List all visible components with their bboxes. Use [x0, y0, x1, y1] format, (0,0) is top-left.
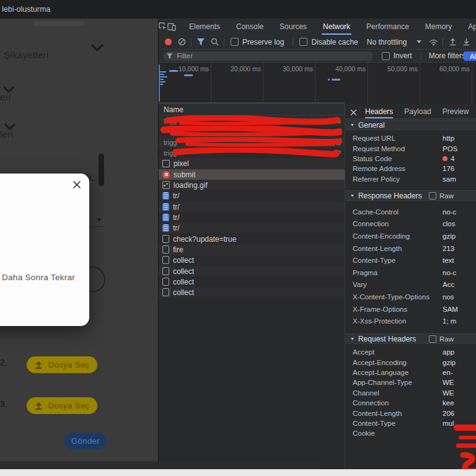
tab-payload[interactable]: Payload — [404, 104, 431, 118]
section-response-headers[interactable]: ▼ Response Headers Raw — [345, 190, 476, 201]
send-button[interactable]: Gönder — [64, 433, 107, 449]
section-title: Request Headers — [358, 335, 416, 343]
upload-icon — [35, 361, 43, 369]
request-row[interactable]: tr/ — [159, 223, 345, 233]
file-select-button-3[interactable]: Dosya Seç — [27, 397, 97, 414]
tab-headers[interactable]: Headers — [365, 104, 393, 118]
search-icon[interactable] — [208, 35, 221, 49]
tab-performance[interactable]: Performance — [365, 19, 410, 35]
document-icon — [162, 160, 170, 167]
throttling-select[interactable]: No throttling — [367, 38, 407, 46]
gridline — [211, 63, 211, 104]
request-fragment: buttonClimb — [304, 117, 341, 125]
selection-edge — [159, 64, 160, 102]
request-name: collect — [173, 288, 194, 297]
image-icon — [162, 181, 170, 189]
request-fragment: trigg — [164, 149, 177, 157]
close-icon[interactable] — [73, 180, 82, 190]
request-row-redacted[interactable]: trigg Climb? — [159, 148, 345, 158]
tab-console[interactable]: Console — [235, 19, 265, 35]
raw-checkbox[interactable] — [429, 335, 436, 343]
request-name: collect — [173, 256, 194, 265]
device-toolbar-icon[interactable] — [167, 20, 176, 33]
filter-icon — [167, 53, 172, 59]
document-icon — [162, 192, 169, 200]
request-fragment: buttonClimb — [304, 139, 341, 146]
request-type-all-chip[interactable]: All — [464, 51, 476, 61]
request-row[interactable]: collect — [159, 255, 345, 265]
error-icon — [162, 171, 170, 178]
request-bar — [169, 70, 178, 72]
request-name: collect — [173, 267, 194, 276]
request-row[interactable]: loading.gif — [159, 180, 345, 190]
gridline — [420, 63, 420, 104]
document-icon — [162, 235, 169, 243]
request-bar — [160, 71, 166, 73]
record-button[interactable] — [161, 35, 175, 49]
request-row[interactable]: fire — [159, 244, 345, 255]
request-name: collect — [173, 278, 194, 286]
inspect-element-icon[interactable] — [159, 20, 167, 33]
response-header-rows: Cache-Controlno-c Connectionclos Content… — [345, 206, 476, 327]
request-details-panel: Headers Payload Preview Resp ▼ General R… — [345, 104, 476, 476]
tab-network[interactable]: Network — [322, 19, 351, 35]
request-row-redacted[interactable]: trigg buttonClimb — [159, 137, 345, 148]
tab-memory[interactable]: Memory — [424, 19, 453, 35]
details-tabbar: Headers Payload Preview Resp — [345, 104, 476, 119]
request-row[interactable]: tr/ — [159, 201, 345, 212]
request-bar — [160, 79, 164, 80]
tab-application[interactable]: Application — [467, 19, 476, 35]
section-general[interactable]: ▼ General — [345, 120, 476, 130]
request-row-redacted[interactable]: trigg buttonClimb — [159, 115, 345, 126]
name-column-header[interactable]: Name — [159, 104, 345, 115]
document-icon — [162, 267, 169, 275]
close-icon[interactable] — [350, 107, 357, 116]
request-row[interactable]: tr/ — [159, 190, 345, 201]
later-button[interactable]: Daha Sonra Tekrar — [2, 273, 75, 282]
tab-preview[interactable]: Preview — [443, 104, 469, 118]
export-har-icon[interactable] — [459, 35, 473, 49]
more-filters-button[interactable]: More filters — [429, 51, 465, 60]
link-sikayetleri[interactable]: Şikayetleri — [4, 50, 49, 60]
tab-sources[interactable]: Sources — [278, 19, 308, 35]
disable-cache-checkbox[interactable] — [299, 38, 307, 46]
request-row[interactable]: collect — [159, 287, 345, 298]
raw-label: Raw — [439, 335, 454, 343]
network-overview-timeline[interactable]: 10,000 ms 20,000 ms 30,000 ms 40,000 ms … — [159, 63, 476, 105]
request-row-redacted[interactable]: buttonClimb.json — [159, 126, 345, 136]
header-row: Remote Address 176 — [345, 164, 476, 174]
network-conditions-icon[interactable] — [426, 35, 440, 49]
textarea-scrollbar-thumb[interactable] — [99, 154, 104, 186]
divider — [293, 38, 293, 46]
tab-title[interactable]: lebi-olusturma — [2, 5, 51, 14]
section-title: Response Headers — [358, 192, 422, 200]
tick-label: 50,000 ms — [382, 65, 418, 73]
import-har-icon[interactable] — [446, 35, 459, 49]
request-row[interactable]: collect — [159, 266, 345, 276]
request-fragment: buttonClimb.json — [290, 128, 341, 135]
request-name: tr/ — [173, 224, 180, 232]
tab-elements[interactable]: Elements — [188, 19, 221, 35]
invert-checkbox[interactable] — [382, 52, 390, 60]
header-row: Request Method POS — [345, 143, 476, 153]
preserve-log-checkbox[interactable] — [231, 38, 239, 46]
document-icon — [162, 278, 169, 286]
file-select-button-2[interactable]: Dosya Seç — [27, 356, 97, 373]
filter-icon[interactable] — [194, 35, 208, 49]
select-caret-icon[interactable]: ▾ — [97, 216, 101, 224]
raw-checkbox[interactable] — [429, 192, 436, 200]
disclosure-triangle-icon: ▼ — [350, 123, 355, 127]
request-row-selected[interactable]: submit — [159, 169, 345, 180]
document-icon — [162, 203, 169, 211]
request-row[interactable]: collect — [159, 276, 345, 287]
section-request-headers[interactable]: ▼ Request Headers Raw — [345, 333, 476, 344]
tick-label: 20,000 ms — [225, 65, 261, 73]
filter-input[interactable] — [175, 51, 369, 60]
request-row[interactable]: tr/ — [159, 212, 345, 223]
document-icon — [162, 245, 169, 253]
request-name: tr/ — [173, 192, 180, 200]
tick-label: 10,000 ms — [173, 65, 209, 73]
request-row[interactable]: pixel — [159, 158, 345, 169]
request-row[interactable]: check?update=true — [159, 234, 345, 244]
clear-button[interactable] — [175, 35, 188, 49]
